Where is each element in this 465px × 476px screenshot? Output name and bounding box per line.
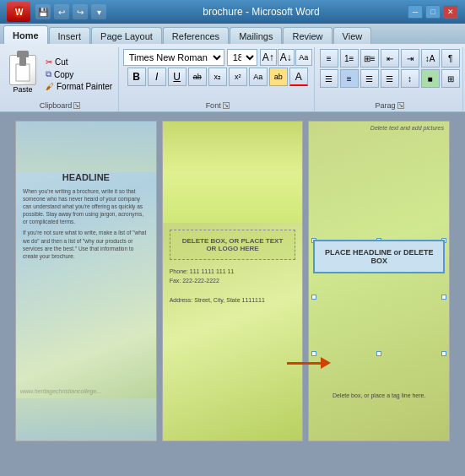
bullets-button[interactable]: ≡ [320, 49, 338, 68]
handle-mid-right[interactable] [441, 295, 446, 300]
direction-arrow [287, 357, 331, 369]
clipboard-group-content: Paste ✂ Cut ⧉ Copy 🖌 Format [5, 49, 115, 100]
tab-view[interactable]: View [333, 27, 372, 44]
left-panel-body-1[interactable]: When you're writing a brochure, write it… [23, 187, 149, 225]
left-panel-content: HEADLINE When you're writing a brochure,… [23, 172, 149, 263]
minimize-button[interactable]: ─ [408, 5, 423, 19]
handle-mid-left[interactable] [311, 295, 316, 300]
sort-button[interactable]: ↕A [421, 49, 440, 68]
left-panel-top-decoration [16, 122, 156, 172]
quick-access-toolbar: 💾 ↩ ↪ ▾ [35, 4, 106, 19]
panel-left: HEADLINE When you're writing a brochure,… [15, 121, 157, 441]
numbering-button[interactable]: 1≡ [340, 49, 359, 68]
font-grow-button[interactable]: A↑ [260, 49, 277, 66]
copy-button[interactable]: ⧉ Copy [43, 68, 115, 80]
format-painter-button[interactable]: 🖌 Format Painter [43, 81, 115, 92]
left-panel-headline: HEADLINE [23, 172, 149, 182]
tab-references[interactable]: References [163, 27, 229, 44]
mid-panel-content: DELETE BOX, OR PLACE TEXT OR LOGO HERE P… [163, 223, 303, 311]
font-size-buttons: A↑ A↓ Aa [260, 49, 312, 66]
document-area: HEADLINE When you're writing a brochure,… [0, 112, 465, 476]
line-spacing-button[interactable]: ↕ [401, 69, 419, 88]
right-panel-headline-box[interactable]: PLACE HEADLINE or DELETE BOX [313, 240, 445, 273]
align-center-button[interactable]: ≡ [340, 69, 359, 88]
redo-button[interactable]: ↪ [73, 4, 88, 19]
close-button[interactable]: ✕ [443, 5, 458, 19]
clear-format-button[interactable]: Aa [295, 49, 312, 66]
mid-panel-image-area [163, 122, 303, 223]
maximize-button[interactable]: □ [425, 5, 441, 19]
tab-mailings[interactable]: Mailings [230, 27, 282, 44]
paste-icon [9, 55, 36, 85]
save-button[interactable]: 💾 [35, 4, 51, 19]
justify-button[interactable]: ☰ [381, 69, 399, 88]
font-name-select[interactable]: Times New Roman [123, 49, 224, 66]
underline-button[interactable]: U [168, 68, 187, 86]
ribbon-tabs: Home Insert Page Layout References Maili… [0, 24, 465, 44]
highlight-button[interactable]: ab [269, 68, 288, 86]
left-panel-bottom-decoration [16, 398, 156, 441]
font-color-button[interactable]: A [289, 68, 308, 86]
shading-button[interactable]: ■ [421, 69, 440, 88]
clipboard-small-buttons: ✂ Cut ⧉ Copy 🖌 Format Painter [43, 57, 115, 92]
arrow-head [321, 357, 331, 369]
tab-insert[interactable]: Insert [49, 27, 91, 44]
increase-indent-button[interactable]: ⇥ [401, 49, 419, 68]
left-panel-body-2[interactable]: If you're not sure what to write, make a… [23, 229, 149, 259]
align-left-button[interactable]: ☰ [320, 69, 338, 88]
font-expand[interactable]: ↘ [223, 102, 230, 109]
panel-right: Delete text and add pictures PLACE HEADL… [308, 121, 450, 441]
paragraph-expand[interactable]: ↘ [397, 102, 404, 109]
italic-button[interactable]: I [148, 68, 166, 86]
right-panel-tagline[interactable]: Delete box, or place a tag line here. [313, 392, 445, 398]
handle-bottom-mid[interactable] [376, 351, 381, 356]
borders-button[interactable]: ⊞ [441, 69, 460, 88]
brochure: HEADLINE When you're writing a brochure,… [15, 121, 450, 441]
undo-button[interactable]: ↩ [54, 4, 69, 19]
ribbon-content: Paste ✂ Cut ⧉ Copy 🖌 Format [0, 44, 465, 111]
app-wrapper: W 💾 ↩ ↪ ▾ brochure - Microsoft Word ─ □ … [0, 0, 465, 476]
svg-rect-3 [19, 57, 26, 66]
office-button[interactable]: W [7, 2, 30, 22]
address-info: Address: Street, City, State 1111111 [170, 295, 296, 305]
customize-quick-access[interactable]: ▾ [91, 4, 106, 19]
clipboard-group-label: Clipboard ↘ [40, 101, 81, 110]
copy-label: Copy [54, 70, 73, 79]
paragraph-group-label: Parag ↘ [376, 101, 404, 110]
handle-bottom-left[interactable] [311, 351, 316, 356]
handle-bottom-right[interactable] [441, 351, 446, 356]
font-size-select[interactable]: 18 [227, 49, 257, 66]
strikethrough-button[interactable]: ab [188, 68, 207, 86]
title-bar: W 💾 ↩ ↪ ▾ brochure - Microsoft Word ─ □ … [0, 0, 465, 24]
fax-info: Fax: 222-222-2222 [170, 276, 296, 285]
font-shrink-button[interactable]: A↓ [278, 49, 295, 66]
font-row-1: Times New Roman 18 A↑ A↓ Aa [123, 49, 312, 66]
tab-home[interactable]: Home [3, 25, 48, 44]
cut-button[interactable]: ✂ Cut [43, 57, 115, 68]
arrow-container [287, 357, 331, 369]
delete-box[interactable]: DELETE BOX, OR PLACE TEXT OR LOGO HERE [170, 230, 296, 260]
show-formatting-button[interactable]: ¶ [441, 49, 460, 68]
watermark: www.heritagechristiancollege... [20, 388, 101, 394]
subscript-button[interactable]: x₂ [208, 68, 227, 86]
right-panel-top-text: Delete text and add pictures [309, 122, 449, 134]
format-painter-label: Format Painter [57, 82, 112, 91]
decrease-indent-button[interactable]: ⇤ [381, 49, 399, 68]
ribbon: Home Insert Page Layout References Maili… [0, 24, 465, 112]
contact-info: Phone: 111 1111 111 11 Fax: 222-222-2222… [170, 267, 296, 305]
multilevel-button[interactable]: ⊞≡ [360, 49, 379, 68]
tab-review[interactable]: Review [283, 27, 332, 44]
bold-button[interactable]: B [127, 68, 146, 86]
scissors-icon: ✂ [46, 57, 52, 67]
paste-button[interactable]: Paste [5, 52, 41, 96]
paragraph-row-2: ☰ ≡ ☰ ☰ ↕ ■ ⊞ [320, 69, 460, 88]
clipboard-expand[interactable]: ↘ [73, 102, 80, 109]
clipboard-group: Paste ✂ Cut ⧉ Copy 🖌 Format [2, 47, 119, 111]
window-title: brochure - Microsoft Word [115, 6, 408, 18]
paragraph-row-1: ≡ 1≡ ⊞≡ ⇤ ⇥ ↕A ¶ [320, 49, 460, 68]
font-row-2: B I U ab x₂ x² Aa ab A [127, 68, 308, 86]
change-case-button[interactable]: Aa [249, 68, 268, 86]
superscript-button[interactable]: x² [229, 68, 247, 86]
align-right-button[interactable]: ☰ [360, 69, 379, 88]
tab-page-layout[interactable]: Page Layout [91, 27, 162, 44]
